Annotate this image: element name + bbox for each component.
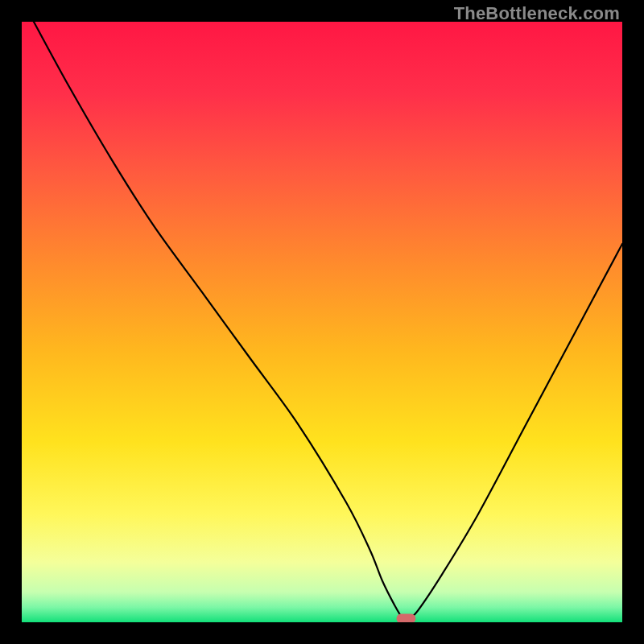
chart-svg bbox=[22, 22, 622, 622]
gradient-background bbox=[22, 22, 622, 622]
optimal-marker bbox=[397, 614, 416, 622]
plot-area bbox=[22, 22, 622, 622]
watermark-text: TheBottleneck.com bbox=[454, 3, 620, 24]
chart-frame: TheBottleneck.com bbox=[0, 0, 644, 644]
